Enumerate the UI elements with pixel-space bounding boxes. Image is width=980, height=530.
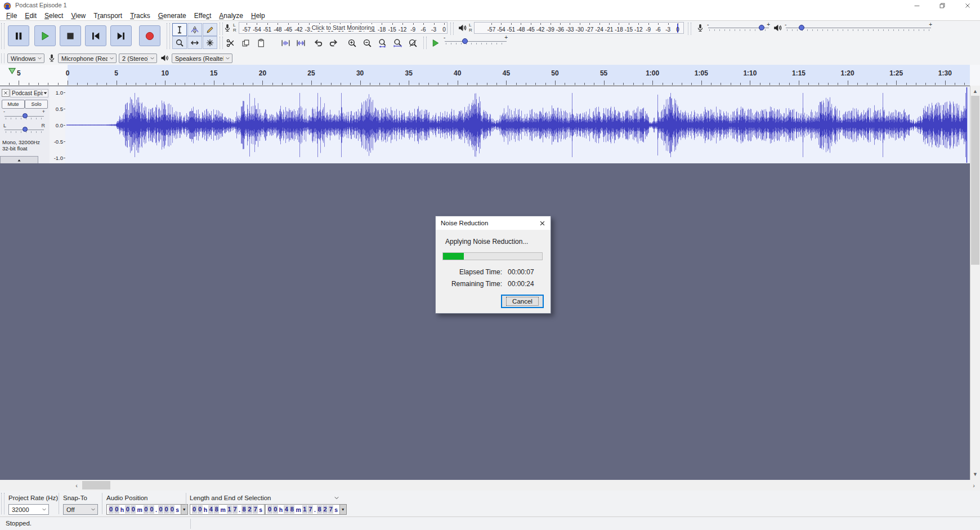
time-digit[interactable]: 0 — [149, 505, 154, 514]
time-digit[interactable]: 0 — [109, 505, 114, 514]
pause-button[interactable] — [8, 25, 29, 46]
recording-volume-thumb[interactable] — [759, 25, 764, 30]
time-separator[interactable]: h — [279, 506, 283, 513]
time-digit[interactable]: 0 — [131, 505, 136, 514]
time-digit[interactable]: 1 — [227, 505, 232, 514]
time-separator[interactable]: m — [296, 506, 301, 513]
time-digit[interactable]: 7 — [308, 505, 313, 514]
cancel-button[interactable]: Cancel — [501, 295, 544, 308]
menu-item-view[interactable]: View — [67, 11, 90, 20]
time-separator[interactable]: m — [137, 506, 142, 513]
play-button[interactable] — [34, 25, 56, 46]
selection-mode-chevron-icon[interactable] — [334, 495, 339, 501]
menu-item-generate[interactable]: Generate — [154, 11, 190, 20]
paste-button[interactable] — [253, 36, 268, 50]
close-button[interactable] — [955, 0, 980, 11]
multi-tool-button[interactable] — [203, 36, 217, 49]
stop-button[interactable] — [60, 25, 81, 46]
time-digit[interactable]: 2 — [323, 505, 328, 514]
time-separator[interactable]: . — [239, 506, 240, 513]
play-at-speed-grip[interactable] — [423, 37, 427, 49]
vertical-scale-ruler[interactable]: 1.00.50.0-0.5-1.0 — [50, 86, 66, 164]
time-digit[interactable]: 8 — [241, 505, 247, 514]
silence-audio-button[interactable] — [293, 36, 308, 50]
tools-toolbar-grip[interactable] — [167, 23, 170, 49]
selection-toolbar-grip[interactable] — [1, 493, 5, 514]
time-digit[interactable]: 8 — [289, 505, 294, 514]
menu-item-analyze[interactable]: Analyze — [215, 11, 247, 20]
mute-button[interactable]: Mute — [2, 100, 25, 109]
time-digit[interactable]: 7 — [328, 505, 333, 514]
playback-meter[interactable]: -57-54-51-48-45-42-39-36-33-30-27-24-21-… — [474, 22, 684, 34]
envelope-tool-button[interactable] — [187, 23, 202, 36]
selection-tool-button[interactable] — [172, 23, 187, 36]
recording-volume-slider[interactable]: - + — [708, 23, 769, 33]
selection-length-field[interactable]: 00h48m17.827s▼ — [190, 504, 271, 515]
selection-end-field[interactable]: 00h48m17.827s▼ — [265, 504, 347, 515]
time-digit[interactable]: 0 — [273, 505, 278, 514]
time-digit[interactable]: 0 — [198, 505, 203, 514]
time-digit[interactable]: 0 — [158, 505, 163, 514]
playback-volume-slider[interactable]: - + — [786, 23, 931, 33]
timeshift-tool-button[interactable] — [187, 36, 202, 49]
project-rate-select[interactable]: 32000 — [8, 504, 49, 515]
dialog-close-button[interactable] — [534, 216, 551, 230]
record-button[interactable] — [139, 25, 160, 46]
time-digit[interactable]: 4 — [284, 505, 289, 514]
time-digit[interactable]: 8 — [317, 505, 322, 514]
time-separator[interactable]: h — [120, 506, 124, 513]
menu-item-select[interactable]: Select — [41, 11, 67, 20]
play-speed-slider[interactable]: - + — [445, 36, 507, 47]
copy-button[interactable] — [238, 36, 253, 50]
time-digit[interactable]: 0 — [125, 505, 130, 514]
time-field-format-arrow[interactable]: ▼ — [339, 505, 346, 514]
solo-button[interactable]: Solo — [25, 100, 48, 109]
time-separator[interactable]: s — [334, 506, 338, 513]
zoom-in-button[interactable] — [344, 36, 359, 50]
restore-button[interactable] — [929, 0, 955, 11]
fit-selection-button[interactable] — [375, 36, 390, 50]
time-digit[interactable]: 8 — [214, 505, 219, 514]
menu-item-file[interactable]: File — [2, 11, 21, 20]
skip-to-end-button[interactable] — [110, 25, 132, 46]
time-digit[interactable]: 0 — [267, 505, 272, 514]
play-at-speed-button[interactable] — [428, 36, 442, 50]
play-speed-thumb[interactable] — [462, 38, 468, 44]
vertical-scroll-thumb[interactable] — [971, 96, 979, 265]
time-digit[interactable]: 0 — [192, 505, 197, 514]
play-meter-grip[interactable] — [450, 23, 454, 35]
menu-item-effect[interactable]: Effect — [190, 11, 215, 20]
zoom-tool-button[interactable] — [172, 36, 187, 49]
track-control-panel[interactable]: Podcast Epis Mute Solo - + L R Mono, 320… — [0, 86, 50, 164]
track-pan-slider[interactable]: L R — [5, 124, 44, 135]
device-toolbar-grip[interactable] — [1, 54, 5, 63]
playback-device-select[interactable]: Speakers (Realtek — [172, 54, 232, 63]
time-digit[interactable]: 4 — [208, 505, 213, 514]
record-meter-overlay[interactable]: Click to Start Monitoring — [310, 24, 376, 31]
scroll-right-button[interactable]: › — [969, 481, 978, 489]
track-close-button[interactable] — [2, 89, 10, 97]
zoom-out-button[interactable] — [360, 36, 374, 50]
scroll-left-button[interactable]: ‹ — [72, 481, 81, 489]
time-separator[interactable]: s — [176, 506, 179, 513]
redo-button[interactable] — [326, 36, 341, 50]
waveform-area[interactable] — [65, 86, 970, 164]
time-digit[interactable]: 1 — [302, 505, 307, 514]
undo-button[interactable] — [311, 36, 325, 50]
menu-item-help[interactable]: Help — [247, 11, 269, 20]
time-digit[interactable]: 7 — [232, 505, 238, 514]
time-separator[interactable]: . — [314, 506, 316, 513]
time-separator[interactable]: . — [155, 506, 157, 513]
time-digit[interactable]: 0 — [114, 505, 119, 514]
selection-mode-label[interactable]: Length and End of Selection — [190, 495, 271, 501]
minimize-button[interactable] — [904, 0, 929, 11]
time-digit[interactable]: 2 — [247, 505, 252, 514]
track-gain-slider[interactable]: - + — [5, 111, 44, 121]
skip-to-start-button[interactable] — [85, 25, 106, 46]
cut-button[interactable] — [223, 36, 238, 50]
scroll-down-button[interactable]: ▼ — [970, 470, 980, 479]
time-digit[interactable]: 0 — [164, 505, 169, 514]
pin-icon[interactable] — [7, 67, 17, 75]
fit-project-button[interactable] — [390, 36, 405, 50]
title-bar[interactable]: Podcast Episode 1 — [0, 0, 980, 12]
